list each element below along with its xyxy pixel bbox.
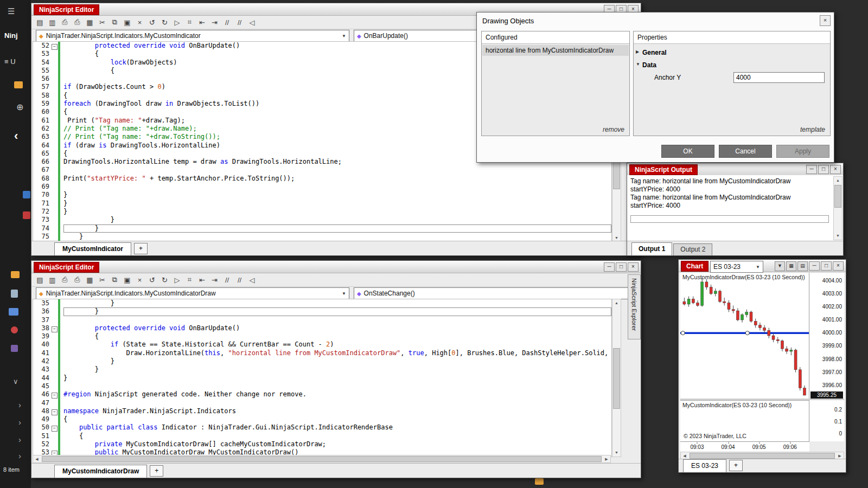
chevron-down-icon[interactable]: ∨ [13, 377, 18, 386]
save-all-icon[interactable]: ▥ [47, 274, 58, 285]
horizontal-scrollbar[interactable]: ◀▶ [33, 455, 611, 463]
method-selector[interactable]: ◆ OnStateChange() ▼ [354, 287, 636, 299]
window-title-partial[interactable]: Ninj [4, 31, 18, 40]
print-icon[interactable]: ⎙ [59, 17, 71, 28]
anchor-y-input[interactable] [733, 72, 825, 83]
add-tab-button[interactable]: + [729, 460, 743, 471]
outdent-icon[interactable]: ⇤ [196, 17, 208, 28]
compile-icon[interactable]: ⌗ [184, 274, 195, 285]
ninjascript-explorer-tab[interactable]: NinjaScript Explorer [628, 274, 641, 339]
redo-icon[interactable]: ↻ [159, 17, 170, 28]
apply-button[interactable]: Apply [776, 145, 829, 158]
data-group[interactable]: ▼ Data [634, 61, 830, 69]
code-line[interactable]: 52 private MyCustomIndicatorDraw[] cache… [33, 440, 611, 448]
comment-icon[interactable]: // [221, 17, 233, 28]
add-tab-button[interactable]: + [150, 465, 163, 477]
ok-button[interactable]: OK [661, 145, 714, 158]
close-icon[interactable]: × [820, 15, 831, 26]
goto-icon[interactable]: ▷ [171, 274, 183, 285]
code-line[interactable]: 74 } [33, 224, 611, 233]
code-line[interactable]: 48−namespace NinjaTrader.NinjaScript.Ind… [33, 407, 611, 415]
app-icon-blue[interactable] [23, 191, 30, 198]
chart-style-icon[interactable]: ▦ [786, 261, 796, 271]
undo-icon[interactable]: ↺ [146, 274, 158, 285]
vertical-scrollbar[interactable]: ▲ ▼ [833, 176, 843, 240]
code-line[interactable]: 73 } [33, 216, 611, 224]
code-line[interactable]: 68Print("startYPrice: " + temp.StartAnch… [33, 175, 611, 183]
undo-icon[interactable]: ↺ [146, 17, 158, 28]
cancel-button[interactable]: Cancel [719, 145, 772, 158]
code-line[interactable]: 69 [33, 183, 611, 191]
fold-collapse-icon[interactable]: − [52, 326, 58, 332]
code-line[interactable]: 45 [33, 382, 611, 390]
code-line[interactable]: 41 Draw.HorizontalLine(this, "horizontal… [33, 349, 611, 357]
restore-button[interactable]: □ [818, 165, 829, 174]
compile-icon[interactable]: ⌗ [184, 17, 195, 28]
titlebar[interactable]: NinjaScript Output ─ □ × [627, 163, 843, 176]
hamburger-icon[interactable]: ☰ [8, 7, 15, 16]
code-line[interactable]: 39 { [33, 332, 611, 341]
dot-icon-red[interactable] [11, 326, 18, 333]
uncomment-icon[interactable]: // [234, 274, 245, 285]
paste-icon[interactable]: ▣ [122, 274, 133, 285]
minimize-button[interactable]: ─ [809, 261, 820, 271]
data-series-icon[interactable]: ▤ [797, 261, 808, 271]
code-line[interactable]: 46−#region NinjaScript generated code. N… [33, 390, 611, 399]
copy-icon[interactable]: ⧉ [109, 17, 120, 28]
code-line[interactable]: 35 } [33, 299, 611, 307]
class-selector[interactable]: ◆ NinjaTrader.NinjaScript.Indicators.MyC… [36, 30, 349, 42]
tab-es-03-23[interactable]: ES 03-23 [683, 459, 726, 472]
tab-mycustomindicator[interactable]: MyCustomIndicator [54, 242, 131, 255]
expand-arrow-icon[interactable]: › [18, 400, 21, 409]
configured-item[interactable]: horizontal line from MyCustomIndicatorDr… [482, 45, 629, 56]
redo-icon[interactable]: ↻ [159, 274, 170, 285]
output-content[interactable]: Tag name: horizontal line from MyCustomI… [627, 175, 843, 241]
select-all-icon[interactable]: ▦ [84, 274, 95, 285]
cut-icon[interactable]: ✂ [97, 274, 108, 285]
tab-output-1[interactable]: Output 1 [631, 242, 672, 255]
code-line[interactable]: 50− public partial class Indicator : Nin… [33, 423, 611, 432]
remove-link[interactable]: remove [603, 126, 624, 133]
instrument-caret-button[interactable]: ▼ [775, 261, 785, 271]
minimize-button[interactable]: ─ [604, 262, 615, 272]
code-line[interactable]: 42 } [33, 357, 611, 365]
collapse-arrow-icon[interactable]: ‹ [14, 129, 18, 143]
add-tab-button[interactable]: + [134, 243, 148, 254]
code-line[interactable]: 47 [33, 399, 611, 407]
code-line[interactable]: 75 } [33, 233, 611, 241]
close-button[interactable]: × [830, 165, 841, 174]
select-all-icon[interactable]: ▦ [84, 17, 95, 28]
minimize-button[interactable]: ─ [806, 165, 817, 174]
package-icon-purple[interactable] [11, 345, 18, 352]
goto-icon[interactable]: ▷ [171, 17, 183, 28]
candlestick-plot[interactable] [680, 273, 809, 399]
code-line[interactable]: 38− protected override void OnBarUpdate(… [33, 324, 611, 332]
titlebar[interactable]: Chart ES 03-23 ▼ ▼ ▦ ▤ ─ □ × [679, 260, 846, 272]
outdent-icon[interactable]: ⇤ [196, 274, 208, 285]
paste-icon[interactable]: ▣ [122, 17, 133, 28]
code-line[interactable]: 71} [33, 200, 611, 208]
tab-output-2[interactable]: Output 2 [673, 243, 712, 255]
expand-arrow-icon[interactable]: › [18, 418, 21, 427]
expand-arrow-icon[interactable]: › [18, 451, 21, 460]
menu-partial[interactable]: ≡ U [4, 57, 16, 66]
vertical-scrollbar[interactable]: ▲ ▼ [612, 299, 621, 457]
code-line[interactable]: 36 } [33, 307, 611, 316]
class-selector[interactable]: ◆ NinjaTrader.NinjaScript.Indicators.MyC… [36, 287, 349, 299]
save-icon[interactable]: ▤ [34, 17, 46, 28]
code-line[interactable]: 37 [33, 316, 611, 324]
code-line[interactable]: 67 [33, 166, 611, 174]
restore-button[interactable]: □ [616, 262, 627, 272]
print-preview-icon[interactable]: ⎙ [72, 274, 83, 285]
print-preview-icon[interactable]: ⎙ [72, 17, 83, 28]
close-button[interactable]: × [833, 261, 844, 271]
output-input[interactable] [630, 215, 829, 223]
uncomment-icon[interactable]: // [234, 17, 245, 28]
code-line[interactable]: 43 } [33, 365, 611, 374]
cut-icon[interactable]: ✂ [97, 17, 108, 28]
save-all-icon[interactable]: ▥ [47, 17, 58, 28]
image-icon[interactable] [9, 308, 18, 316]
code-editor[interactable]: 35 }36 }3738− protected override void On… [33, 299, 612, 457]
code-line[interactable]: 40 if (State == State.Historical && Curr… [33, 341, 611, 349]
delete-icon[interactable]: × [134, 17, 145, 28]
